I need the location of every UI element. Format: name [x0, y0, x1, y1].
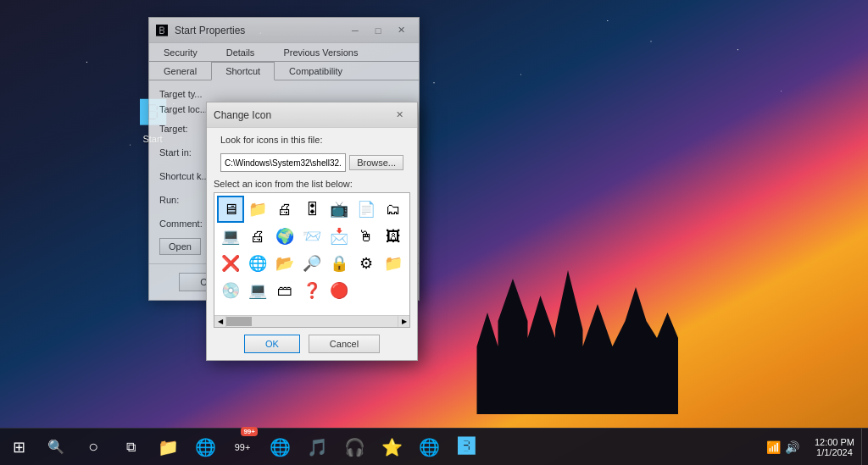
taskbar-show-desktop-btn[interactable]: [861, 429, 868, 466]
properties-titlebar-icon: 🅱: [156, 24, 170, 37]
tab-previous-versions[interactable]: Previous Versions: [269, 43, 372, 62]
properties-tab-row-1: Security Details Previous Versions: [149, 43, 419, 62]
icon-grid-container: 🖥 📁 🖨 🎛 📺 📄 🗂 📋 💻 🖨 🌍 📨 📩 🖱 🖼 🔍 ❌: [214, 192, 410, 328]
taskbar-app-file-explorer[interactable]: 📁: [149, 429, 186, 466]
properties-tab-row-2: General Shortcut Compatibility: [149, 62, 419, 80]
taskbar-app-browser2[interactable]: 🌐: [261, 429, 298, 466]
icon-cell-27[interactable]: ❓: [299, 278, 325, 303]
change-icon-dialog-buttons: OK Cancel: [207, 328, 417, 360]
icon-scrollbar: ◀ ▶: [214, 315, 409, 327]
icon-cell-13[interactable]: 🖱: [353, 224, 379, 249]
icon-cell-23[interactable]: 🖨: [408, 251, 410, 276]
clock-time: 12:00 PM: [815, 437, 854, 447]
target-type-row: Target ty...: [159, 89, 409, 99]
icon-cell-18[interactable]: 📂: [272, 251, 298, 276]
icon-cell-20[interactable]: 🔒: [326, 251, 352, 276]
change-icon-close-btn[interactable]: ✕: [388, 107, 410, 124]
icon-cell-12[interactable]: 📩: [326, 224, 352, 249]
scroll-left-arrow[interactable]: ◀: [214, 316, 226, 328]
scroll-right-arrow[interactable]: ▶: [398, 316, 409, 328]
icon-cell-1[interactable]: 📁: [245, 197, 270, 222]
taskbar-clock[interactable]: 12:00 PM 1/1/2024: [808, 437, 861, 457]
tray-icon-network[interactable]: 📶: [765, 439, 782, 456]
file-path-input[interactable]: [220, 153, 346, 172]
icon-cell-15[interactable]: 🔍: [408, 224, 410, 249]
tab-security[interactable]: Security: [149, 43, 212, 62]
icon-cell-3[interactable]: 🎛: [299, 197, 325, 222]
change-icon-ok-btn[interactable]: OK: [244, 335, 300, 353]
icon-cell-4[interactable]: 📺: [326, 197, 352, 222]
icon-cell-17[interactable]: 🌐: [245, 251, 270, 276]
icon-cell-16[interactable]: ❌: [218, 251, 243, 276]
icon-grid: 🖥 📁 🖨 🎛 📺 📄 🗂 📋 💻 🖨 🌍 📨 📩 🖱 🖼 🔍 ❌: [214, 193, 409, 307]
clock-date: 1/1/2024: [816, 447, 853, 457]
taskbar-app-audio[interactable]: 🎧: [336, 429, 373, 466]
trees-silhouette: [466, 245, 678, 414]
taskbar-app-spotify[interactable]: 🎵: [298, 429, 336, 466]
change-icon-titlebar[interactable]: Change Icon ✕: [207, 102, 417, 128]
taskbar-app-chrome[interactable]: 🌐: [186, 429, 224, 466]
taskbar-system-tray: 📶 🔊: [759, 439, 808, 456]
change-icon-title: Change Icon: [214, 109, 388, 121]
icon-cell-25[interactable]: 💻: [245, 278, 270, 303]
taskbar-app-badge[interactable]: 99+ 99+: [224, 429, 261, 466]
taskbar-search-button[interactable]: 🔍: [37, 429, 75, 466]
taskbar-app-edge[interactable]: 🌐: [410, 429, 448, 466]
taskbar-start-button[interactable]: ⊞: [0, 429, 37, 466]
taskbar-cortana-button[interactable]: ○: [75, 429, 112, 466]
tab-general[interactable]: General: [149, 62, 211, 80]
target-type-label: Target ty...: [159, 89, 227, 99]
icon-cell-10[interactable]: 🌍: [272, 224, 298, 249]
icon-cell-8[interactable]: 💻: [218, 224, 243, 249]
icon-cell-6[interactable]: 🗂: [381, 197, 406, 222]
change-icon-dialog: Change Icon ✕ Look for icons in this fil…: [206, 102, 418, 361]
desktop: 🅱 Start 🅱 Start Properties ─ □ ✕ Securit…: [0, 0, 868, 465]
change-icon-cancel-btn[interactable]: Cancel: [309, 335, 380, 353]
notification-badge: 99+: [241, 427, 258, 436]
icon-cell-19[interactable]: 🔎: [299, 251, 325, 276]
icon-cell-26[interactable]: 🗃: [272, 278, 298, 303]
taskbar-app-star[interactable]: ⭐: [373, 429, 410, 466]
properties-maximize-btn[interactable]: □: [367, 22, 389, 39]
scroll-thumb[interactable]: [226, 317, 252, 326]
icon-cell-22[interactable]: 📁: [381, 251, 406, 276]
change-icon-body: Look for icons in this file: Browse... S…: [207, 128, 417, 192]
tab-shortcut[interactable]: Shortcut: [211, 62, 275, 80]
taskbar: ⊞ 🔍 ○ ⧉ 📁 🌐 99+ 99+ 🌐 🎵 🎧 ⭐ 🌐 🅱 📶 🔊 12:0…: [0, 428, 868, 465]
file-path-row: Browse...: [214, 148, 410, 175]
taskbar-app-custom[interactable]: 🅱: [448, 429, 485, 466]
properties-window-title: Start Properties: [175, 25, 344, 36]
tab-details[interactable]: Details: [212, 43, 270, 62]
look-for-label: Look for icons in this file:: [214, 135, 410, 148]
open-file-location-btn[interactable]: Open: [159, 238, 201, 255]
icon-cell-11[interactable]: 📨: [299, 224, 325, 249]
tab-compatibility[interactable]: Compatibility: [275, 62, 357, 80]
icon-cell-2[interactable]: 🖨: [272, 197, 298, 222]
select-icon-label: Select an icon from the list below:: [214, 179, 410, 192]
taskbar-taskview-button[interactable]: ⧉: [112, 429, 149, 466]
change-icon-controls: ✕: [388, 107, 410, 124]
properties-close-btn[interactable]: ✕: [390, 22, 412, 39]
scroll-track: [226, 316, 398, 327]
tray-icon-volume[interactable]: 🔊: [784, 439, 801, 456]
properties-titlebar[interactable]: 🅱 Start Properties ─ □ ✕: [149, 18, 419, 43]
taskbar-pinned-apps: 📁 🌐 99+ 99+ 🌐 🎵 🎧 ⭐ 🌐 🅱: [149, 429, 759, 466]
icon-cell-9[interactable]: 🖨: [245, 224, 270, 249]
icon-cell-21[interactable]: ⚙: [353, 251, 379, 276]
icon-cell-0[interactable]: 🖥: [218, 197, 243, 222]
properties-minimize-btn[interactable]: ─: [344, 22, 366, 39]
icon-cell-7[interactable]: 📋: [408, 197, 410, 222]
properties-tabs: Security Details Previous Versions Gener…: [149, 43, 419, 80]
icon-cell-5[interactable]: 📄: [353, 197, 379, 222]
icon-cell-24[interactable]: 💿: [218, 278, 243, 303]
icon-cell-14[interactable]: 🖼: [381, 224, 406, 249]
icon-cell-28[interactable]: 🔴: [326, 278, 352, 303]
browse-btn[interactable]: Browse...: [349, 155, 403, 170]
properties-window-controls: ─ □ ✕: [344, 22, 412, 39]
